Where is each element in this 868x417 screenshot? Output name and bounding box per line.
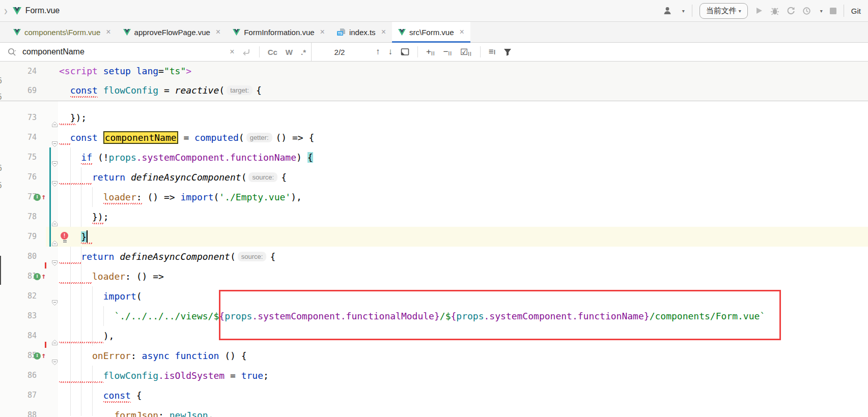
gutter-implement-icon[interactable]: I↑ (34, 273, 46, 280)
code-token: const (103, 390, 131, 401)
code-token: = (225, 370, 241, 381)
code-line-75: 75if (!props.systemComponent.functionNam… (0, 147, 868, 167)
code-token: () { (219, 350, 246, 361)
fold-start-icon[interactable] (51, 154, 58, 174)
code-token: function (175, 350, 219, 361)
code-token: './Empty.vue' (219, 192, 291, 202)
code-token: (! (92, 152, 109, 163)
error-squiggle (59, 183, 92, 185)
inlay-hint: source: (238, 252, 267, 261)
code-token: lang (136, 66, 158, 76)
code-token: return (92, 172, 131, 183)
fold-start-icon[interactable] (51, 134, 58, 154)
error-squiggle (81, 163, 92, 165)
code-token: } (81, 231, 87, 242)
code-token: { (256, 85, 262, 96)
fold-end-icon[interactable] (51, 333, 58, 352)
code-token: { (270, 251, 275, 262)
line-number: 78 (0, 207, 37, 227)
code-token: ), (103, 331, 115, 341)
code-token: .systemComponent.functionName (136, 152, 296, 163)
error-squiggle (59, 342, 103, 343)
code-token: { (307, 152, 313, 163)
code-token: import (180, 192, 213, 202)
code-line-81: 81I↑loader: () => (0, 266, 868, 286)
fold-end-icon[interactable] (51, 214, 58, 233)
code-token: = (158, 85, 175, 96)
text-cursor (87, 230, 88, 243)
gutter-implement-icon[interactable]: I↑ (34, 352, 46, 360)
code-token: ( (136, 291, 142, 302)
code-line-79: 79!} (0, 227, 868, 247)
error-squiggle (103, 401, 131, 403)
code-token: ( (219, 85, 225, 96)
code-line-76: 76return defineAsyncComponent(source:{ (0, 167, 868, 187)
fold-start-icon[interactable] (51, 253, 58, 273)
code-token: formJson (114, 410, 158, 417)
line-number: 86 (0, 366, 37, 385)
code-token: const (70, 85, 103, 96)
code-token: : (158, 410, 170, 417)
line-number: 83 (0, 306, 37, 326)
code-token: loader (92, 271, 125, 282)
fold-start-icon[interactable] (51, 174, 58, 194)
inlay-hint: getter: (246, 133, 272, 142)
line-number: 80 (0, 247, 37, 266)
code-text: formJson: newJson, (59, 405, 213, 417)
clipped-gutter-digit: 5 (0, 93, 4, 102)
code-token: defineAsyncComponent (131, 172, 241, 183)
vcs-deleted-lines-marker[interactable] (45, 342, 46, 348)
code-token (131, 66, 136, 76)
code-token: <script (59, 66, 98, 76)
code-token: setup (103, 66, 131, 76)
implemented-icon: I (34, 273, 41, 280)
up-arrow-icon: ↑ (41, 273, 46, 280)
code-line-80: 80return defineAsyncComponent(source:{ (0, 247, 868, 266)
code-token: ( (241, 172, 247, 183)
fold-end-icon[interactable] (51, 114, 58, 134)
code-line-78: 78}); (0, 207, 868, 227)
fold-start-icon[interactable] (51, 352, 58, 372)
line-number: 74 (0, 128, 37, 147)
code-line-77: 77I↑loader: () => import('./Empty.vue'), (0, 187, 868, 207)
line-number: 73 (0, 108, 37, 128)
code-token: { (281, 172, 287, 183)
code-token: loader (103, 192, 136, 202)
current-line-highlight (46, 227, 868, 247)
code-token: import (103, 291, 136, 302)
code-text: if (!props.systemComponent.functionName)… (59, 147, 313, 167)
code-token: () => { (276, 132, 315, 143)
red-annotation-box (219, 290, 781, 340)
gutter-implement-icon[interactable]: I↑ (34, 193, 46, 201)
error-squiggle (59, 124, 76, 125)
code-editor[interactable]: 73});74const componentName = computed(ge… (0, 0, 868, 417)
code-token: : (131, 350, 142, 361)
clipped-gutter-digit: 6 (0, 76, 4, 85)
fold-start-icon[interactable] (51, 293, 58, 313)
error-squiggle (81, 243, 92, 244)
code-token: : () => (136, 192, 181, 202)
error-squiggle (70, 96, 98, 98)
sticky-lines-panel: 24<script setup lang="ts">69const flowCo… (0, 62, 868, 101)
vcs-changed-lines-bar[interactable] (49, 147, 51, 247)
code-token: ( (213, 192, 219, 202)
code-token: true (241, 370, 263, 381)
code-text: <script setup lang="ts"> (59, 62, 191, 81)
code-line-85: 85I↑onError: async function () { (0, 346, 868, 366)
code-line-74: 74const componentName = computed(getter:… (0, 128, 868, 147)
vcs-deleted-lines-marker[interactable] (45, 262, 46, 269)
fold-end-icon[interactable] (51, 233, 58, 253)
implemented-icon: I (34, 352, 41, 360)
code-token: `./../../../views/$ (114, 311, 219, 321)
code-token: }); (70, 112, 87, 123)
code-token: .isOldSystem (158, 370, 225, 381)
code-line-87: 87const { (0, 385, 868, 405)
code-token: defineAsyncComponent (120, 251, 230, 262)
code-token: > (186, 66, 191, 76)
line-number: 79 (0, 227, 37, 247)
code-token: }); (92, 212, 109, 222)
inlay-hint: target: (227, 85, 253, 95)
line-number: 84 (0, 326, 37, 346)
code-line-88: 88formJson: newJson, (0, 405, 868, 417)
code-token: onError (92, 350, 131, 361)
